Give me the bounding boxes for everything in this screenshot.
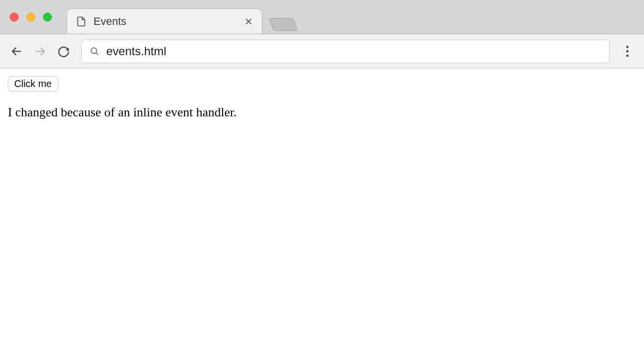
page-viewport: Click me I changed because of an inline … bbox=[0, 68, 644, 128]
forward-button[interactable] bbox=[30, 42, 50, 61]
file-icon bbox=[76, 16, 87, 27]
reload-button[interactable] bbox=[54, 42, 73, 61]
back-button[interactable] bbox=[7, 42, 26, 61]
tab-title: Events bbox=[93, 15, 244, 28]
browser-menu-button[interactable] bbox=[618, 42, 637, 61]
new-tab-button[interactable] bbox=[269, 18, 298, 31]
svg-point-9 bbox=[626, 50, 629, 52]
window-controls bbox=[0, 13, 52, 22]
svg-point-10 bbox=[626, 54, 629, 57]
svg-point-6 bbox=[91, 47, 97, 53]
url-input[interactable] bbox=[106, 44, 601, 58]
profile-area bbox=[633, 13, 644, 22]
tab-close-button[interactable] bbox=[244, 17, 253, 26]
browser-toolbar bbox=[0, 34, 644, 68]
svg-line-7 bbox=[96, 52, 98, 55]
svg-point-8 bbox=[626, 45, 629, 48]
window-close-button[interactable] bbox=[10, 13, 19, 22]
search-icon bbox=[90, 46, 99, 56]
result-paragraph: I changed because of an inline event han… bbox=[8, 105, 636, 120]
browser-tab-strip: Events bbox=[0, 0, 644, 34]
address-bar[interactable] bbox=[81, 40, 610, 63]
browser-tab[interactable]: Events bbox=[67, 8, 262, 34]
window-minimize-button[interactable] bbox=[26, 13, 35, 22]
window-maximize-button[interactable] bbox=[43, 13, 52, 22]
click-me-button[interactable]: Click me bbox=[8, 76, 58, 91]
